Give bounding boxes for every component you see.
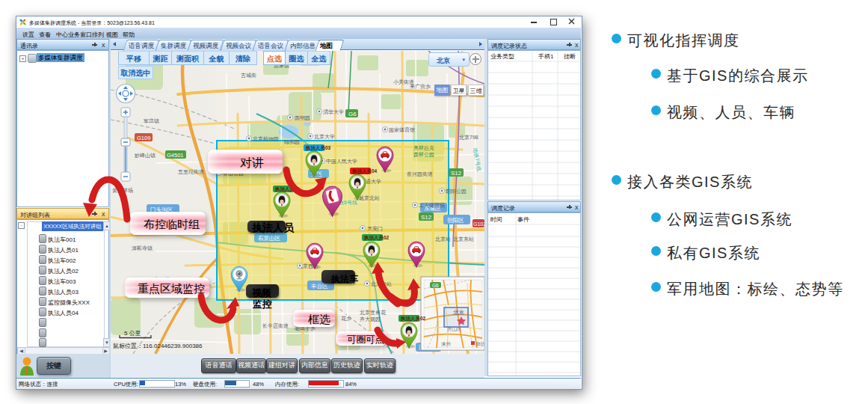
svg-text:石景山区: 石景山区 bbox=[258, 235, 281, 242]
svg-text:S12: S12 bbox=[451, 170, 462, 177]
svg-text:五里坨街道: 五里坨街道 bbox=[178, 169, 204, 175]
svg-text:潭柘寺镇: 潭柘寺镇 bbox=[132, 245, 153, 251]
svg-text:清华大学: 清华大学 bbox=[323, 109, 344, 115]
svg-text:G6: G6 bbox=[348, 111, 357, 117]
svg-text:鼠标位置：116.02446239.900386: 鼠标位置：116.02446239.900386 bbox=[113, 343, 203, 349]
svg-text:工人体育场: 工人体育场 bbox=[419, 202, 445, 209]
svg-text:黄山林场: 黄山林场 bbox=[112, 188, 133, 194]
svg-text:执法人员02: 执法人员02 bbox=[400, 316, 426, 322]
svg-text:香河园街道: 香河园街道 bbox=[407, 171, 433, 177]
svg-text:G4501: G4501 bbox=[167, 152, 184, 159]
svg-text:颐和园: 颐和园 bbox=[284, 139, 300, 145]
svg-text:北京: 北京 bbox=[453, 309, 465, 316]
svg-text:花乡: 花乡 bbox=[341, 316, 351, 322]
svg-text:古城街: 古城街 bbox=[241, 73, 256, 79]
svg-text:北京南站: 北京南站 bbox=[371, 281, 392, 287]
svg-text:妙峰山镇: 妙峰山镇 bbox=[134, 153, 156, 159]
svg-text:北京大学: 北京大学 bbox=[314, 134, 335, 140]
svg-text:北京世界花: 北京世界花 bbox=[360, 310, 386, 316]
svg-text:天安门: 天安门 bbox=[367, 226, 383, 231]
svg-text:执法人员04: 执法人员04 bbox=[351, 168, 378, 174]
svg-text:北京798: 北京798 bbox=[459, 135, 478, 141]
svg-text:森林公园: 森林公园 bbox=[413, 152, 434, 158]
svg-text:5 公里: 5 公里 bbox=[124, 330, 141, 337]
svg-text:涿州: 涿州 bbox=[441, 341, 451, 347]
svg-text:国家体育馆: 国家体育馆 bbox=[389, 126, 415, 133]
svg-text:房山区: 房山区 bbox=[447, 326, 462, 331]
svg-text:北京植物园: 北京植物园 bbox=[253, 136, 279, 142]
svg-text:S12: S12 bbox=[421, 214, 432, 221]
svg-text:中国人民大学: 中国人民大学 bbox=[326, 159, 357, 165]
svg-text:丰台区: 丰台区 bbox=[311, 283, 328, 290]
svg-text:北京站: 北京站 bbox=[435, 236, 451, 242]
svg-text:朝阳区: 朝阳区 bbox=[447, 217, 464, 224]
svg-text:执法人员02: 执法人员02 bbox=[363, 235, 390, 241]
svg-text:长辛店街道: 长辛店街道 bbox=[262, 322, 289, 329]
svg-text:G109: G109 bbox=[137, 135, 150, 141]
svg-text:执法人员03: 执法人员03 bbox=[305, 145, 331, 151]
svg-text:G6: G6 bbox=[432, 283, 439, 288]
svg-text:廊坊: 廊坊 bbox=[475, 341, 484, 347]
svg-text:奥林匹克: 奥林匹克 bbox=[413, 145, 434, 151]
svg-text:军庄镇: 军庄镇 bbox=[144, 118, 159, 124]
svg-text:朝阳公园: 朝阳公园 bbox=[445, 189, 467, 195]
svg-text:卉大观园: 卉大观园 bbox=[360, 316, 381, 322]
svg-text:圆明园: 圆明园 bbox=[295, 115, 310, 121]
svg-text:执法人员01: 执法人员01 bbox=[274, 186, 301, 192]
svg-text:来广营乡: 来广营乡 bbox=[410, 84, 431, 90]
svg-text:G102: G102 bbox=[473, 221, 484, 227]
svg-text:北京东站: 北京东站 bbox=[453, 236, 474, 242]
